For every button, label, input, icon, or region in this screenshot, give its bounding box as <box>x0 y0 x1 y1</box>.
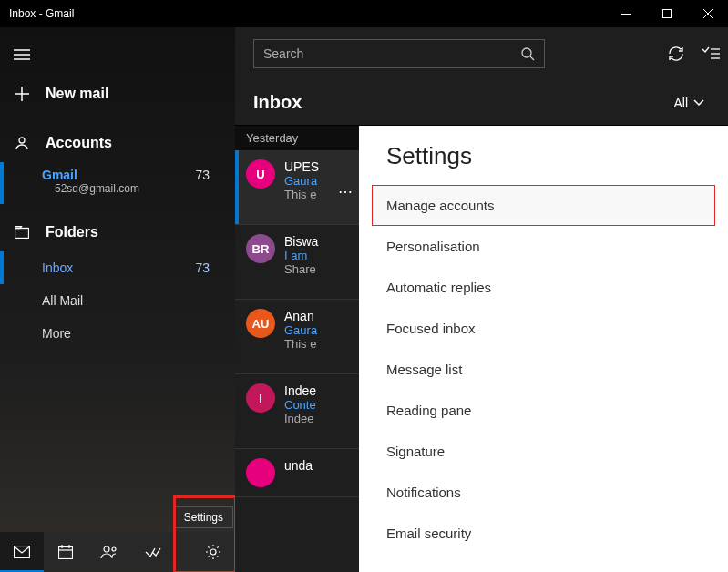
mail-app-button[interactable] <box>0 532 44 572</box>
message-from: unda <box>284 458 352 473</box>
window-controls <box>605 0 728 27</box>
folder-inbox[interactable]: Inbox 73 <box>0 251 235 284</box>
maximize-button[interactable] <box>646 0 687 27</box>
message-from: UPES <box>284 159 352 174</box>
minimize-button[interactable] <box>605 0 646 27</box>
search-input[interactable]: Search <box>253 39 545 68</box>
settings-reading-pane[interactable]: Reading pane <box>359 390 728 431</box>
message-subject: I am <box>284 249 352 262</box>
people-icon <box>100 545 118 559</box>
folder-icon <box>15 226 29 239</box>
accounts-label: Accounts <box>46 135 112 151</box>
date-group-header: Yesterday <box>235 126 359 150</box>
mail-icon <box>14 546 30 558</box>
todo-app-button[interactable] <box>131 532 175 572</box>
selection-icon <box>702 46 720 61</box>
window-title: Inbox - Gmail <box>9 7 74 20</box>
gear-icon <box>205 544 221 560</box>
message-subject: Gaura <box>284 323 352 337</box>
search-icon <box>520 46 535 61</box>
folder-label: All Mail <box>42 293 83 308</box>
message-item[interactable]: AU Anan Gaura This e <box>235 300 359 374</box>
todo-icon <box>145 546 161 558</box>
calendar-app-button[interactable] <box>44 532 87 572</box>
message-item[interactable]: BR Biswa I am Share <box>235 225 359 300</box>
folder-more[interactable]: More <box>0 317 235 350</box>
settings-message-list[interactable]: Message list <box>359 349 728 390</box>
settings-signature[interactable]: Signature <box>359 431 728 472</box>
message-list[interactable]: Yesterday U UPES Gaura This e ⋯ BR Biswa… <box>235 126 359 572</box>
svg-line-20 <box>530 56 534 60</box>
avatar: I <box>246 383 275 413</box>
hamburger-button[interactable] <box>0 36 44 73</box>
settings-tooltip: Settings <box>174 506 233 528</box>
close-button[interactable] <box>687 0 728 27</box>
message-item[interactable]: I Indee Conte Indee <box>235 374 359 449</box>
refresh-icon <box>667 45 685 63</box>
people-app-button[interactable] <box>87 532 131 572</box>
filter-dropdown[interactable]: All <box>673 96 704 110</box>
account-item-gmail[interactable]: Gmail 52sd@gmail.com 73 <box>0 162 235 204</box>
message-subject: Conte <box>284 398 352 412</box>
more-icon[interactable]: ⋯ <box>338 183 354 200</box>
folder-label: Inbox <box>42 260 73 275</box>
avatar: U <box>246 159 275 189</box>
inbox-title: Inbox <box>253 92 302 113</box>
account-email: 52sd@gmail.com <box>42 182 220 195</box>
svg-point-16 <box>104 546 109 552</box>
message-item[interactable]: U UPES Gaura This e ⋯ <box>235 150 359 225</box>
message-item[interactable]: unda <box>235 449 359 497</box>
message-from: Indee <box>284 383 352 398</box>
avatar: BR <box>246 234 275 263</box>
settings-title: Settings <box>359 135 728 185</box>
person-icon <box>15 136 29 150</box>
svg-point-17 <box>112 547 116 551</box>
message-preview: Share <box>284 262 352 276</box>
message-preview: This e <box>284 337 352 351</box>
folders-header[interactable]: Folders <box>0 213 235 251</box>
inbox-header: Inbox All <box>235 80 728 126</box>
search-placeholder: Search <box>263 46 303 61</box>
titlebar: Inbox - Gmail <box>0 0 728 27</box>
selection-mode-button[interactable] <box>693 36 728 71</box>
settings-focused-inbox[interactable]: Focused inbox <box>359 308 728 349</box>
folder-all-mail[interactable]: All Mail <box>0 284 235 317</box>
settings-notifications[interactable]: Notifications <box>359 472 728 513</box>
avatar: AU <box>246 309 275 338</box>
settings-email-security[interactable]: Email security <box>359 513 728 554</box>
svg-point-18 <box>210 549 216 555</box>
message-from: Anan <box>284 309 352 323</box>
message-preview: Indee <box>284 412 352 425</box>
settings-personalisation[interactable]: Personalisation <box>359 226 728 267</box>
top-toolbar: Search <box>235 27 728 80</box>
folder-count: 73 <box>195 260 210 275</box>
svg-rect-10 <box>15 229 29 239</box>
account-count: 73 <box>195 168 210 182</box>
svg-rect-1 <box>662 10 671 18</box>
message-from: Biswa <box>284 234 352 249</box>
calendar-icon <box>58 545 73 559</box>
account-name: Gmail <box>42 168 220 182</box>
plus-icon <box>15 87 29 101</box>
folder-label: More <box>42 326 71 341</box>
filter-label: All <box>673 96 688 110</box>
settings-manage-accounts[interactable]: Manage accounts <box>372 185 715 226</box>
sidebar-bottom-bar <box>0 532 235 572</box>
svg-point-19 <box>522 48 531 57</box>
settings-button[interactable] <box>191 532 235 572</box>
svg-rect-12 <box>59 547 73 559</box>
settings-automatic-replies[interactable]: Automatic replies <box>359 267 728 308</box>
accounts-header[interactable]: Accounts <box>0 124 235 162</box>
folders-label: Folders <box>46 224 98 240</box>
chevron-down-icon <box>693 99 704 107</box>
avatar <box>246 458 275 487</box>
new-mail-button[interactable]: New mail <box>0 73 235 115</box>
new-mail-label: New mail <box>46 86 108 102</box>
sync-button[interactable] <box>659 36 693 71</box>
svg-point-9 <box>19 138 25 143</box>
sidebar: New mail Accounts Gmail 52sd@gmail.com 7… <box>0 27 235 572</box>
settings-panel: Settings Manage accounts Personalisation… <box>359 126 728 572</box>
